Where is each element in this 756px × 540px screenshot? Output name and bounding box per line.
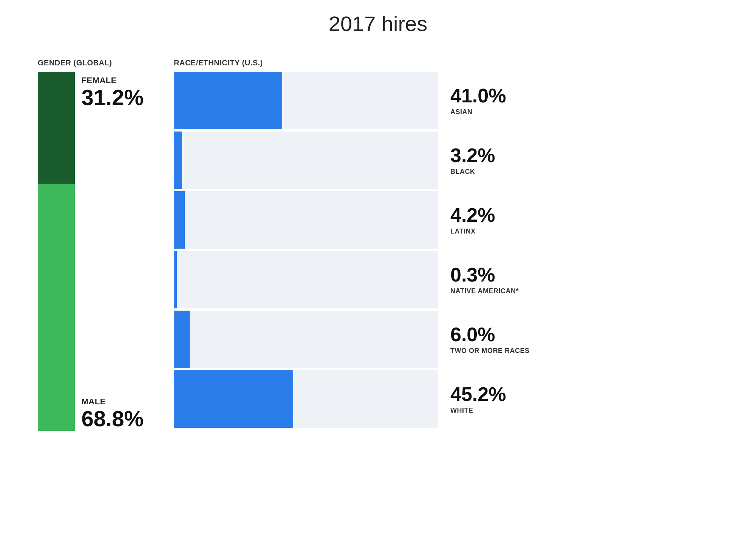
- gender-bar-male: [38, 184, 75, 431]
- race-section-label: RACE/ETHNICITY (U.S.): [174, 59, 718, 67]
- gender-bar-female: [38, 72, 75, 184]
- race-bar-asian: [174, 72, 282, 129]
- race-name: WHITE: [450, 407, 549, 415]
- race-row-bg: [174, 72, 438, 129]
- race-pct: 0.3%: [450, 264, 549, 286]
- race-row-wrapper: 45.2%WHITE: [174, 370, 718, 428]
- gender-male-label: MALE: [82, 397, 144, 407]
- race-name: LATINX: [450, 227, 549, 235]
- gender-female-group: FEMALE 31.2%: [82, 72, 144, 110]
- main-content: GENDER (GLOBAL) FEMALE 31.2% MALE 68.8%: [15, 59, 741, 431]
- race-name: ASIAN: [450, 108, 549, 116]
- gender-section-label: GENDER (GLOBAL): [38, 59, 144, 67]
- race-row-bg: [174, 311, 438, 368]
- race-label-group: 3.2%BLACK: [450, 145, 549, 176]
- race-row-bg: [174, 132, 438, 189]
- race-section: RACE/ETHNICITY (U.S.) 41.0%ASIAN3.2%BLAC…: [174, 59, 718, 430]
- race-row-wrapper: 3.2%BLACK: [174, 132, 718, 189]
- race-bar-native-american*: [174, 251, 177, 308]
- race-pct: 45.2%: [450, 384, 549, 405]
- race-name: BLACK: [450, 168, 549, 176]
- race-label-group: 4.2%LATINX: [450, 204, 549, 235]
- race-row-bg: [174, 251, 438, 308]
- race-pct: 6.0%: [450, 324, 549, 345]
- gender-male-value: 68.8%: [82, 407, 144, 431]
- gender-bar: [38, 72, 75, 431]
- race-label-group: 6.0%TWO OR MORE RACES: [450, 324, 549, 355]
- race-bars-list: 41.0%ASIAN3.2%BLACK4.2%LATINX0.3%NATIVE …: [174, 72, 718, 430]
- gender-male-group: MALE 68.8%: [82, 397, 144, 431]
- race-label-group: 0.3%NATIVE AMERICAN*: [450, 264, 549, 295]
- gender-female-label: FEMALE: [82, 76, 144, 85]
- race-label-group: 45.2%WHITE: [450, 384, 549, 415]
- gender-section: GENDER (GLOBAL) FEMALE 31.2% MALE 68.8%: [38, 59, 144, 431]
- race-bar-white: [174, 370, 293, 428]
- race-name: NATIVE AMERICAN*: [450, 287, 549, 295]
- race-row-wrapper: 4.2%LATINX: [174, 191, 718, 249]
- race-bar-latinx: [174, 191, 185, 249]
- gender-labels: FEMALE 31.2% MALE 68.8%: [82, 72, 144, 431]
- race-row-wrapper: 0.3%NATIVE AMERICAN*: [174, 251, 718, 308]
- race-label-group: 41.0%ASIAN: [450, 85, 549, 116]
- race-row-bg: [174, 370, 438, 428]
- race-row-wrapper: 6.0%TWO OR MORE RACES: [174, 311, 718, 368]
- race-pct: 4.2%: [450, 204, 549, 226]
- race-bar-two-or-more-races: [174, 311, 190, 368]
- race-pct: 3.2%: [450, 145, 549, 166]
- race-bar-black: [174, 132, 182, 189]
- race-name: TWO OR MORE RACES: [450, 347, 549, 355]
- race-row-wrapper: 41.0%ASIAN: [174, 72, 718, 129]
- race-row-bg: [174, 191, 438, 249]
- page-title: 2017 hires: [329, 11, 428, 36]
- gender-female-value: 31.2%: [82, 85, 144, 110]
- race-pct: 41.0%: [450, 85, 549, 107]
